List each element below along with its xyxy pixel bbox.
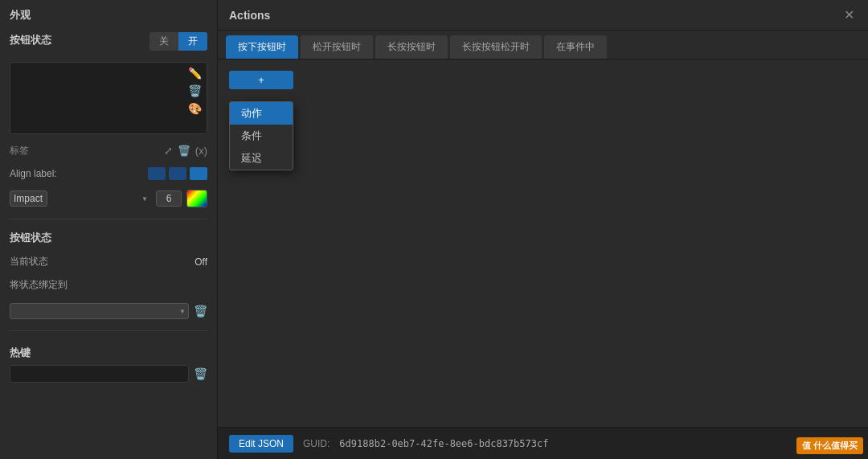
font-select[interactable]: Impact (10, 191, 47, 207)
button-state-label: 按钮状态 (10, 33, 51, 47)
preview-icon-column: ✏️ 🗑️ 🎨 (188, 68, 202, 114)
left-panel: 外观 按钮状态 关 开 ✏️ 🗑️ 🎨 标签 ⤢ 🗑️ (x) Align la… (0, 0, 218, 459)
dialog-title: Actions (229, 9, 270, 22)
dropdown-item-action[interactable]: 动作 (230, 102, 293, 125)
dropdown-item-condition[interactable]: 条件 (230, 125, 293, 147)
bind-state-label: 将状态绑定到 (10, 279, 68, 290)
dropdown-menu: 动作 条件 延迟 (229, 101, 293, 170)
hotkey-delete-icon[interactable]: 🗑️ (194, 368, 207, 379)
align-center-btn[interactable] (169, 167, 186, 180)
divider-1 (10, 219, 207, 219)
guid-value: 6d9188b2-0eb7-42fe-8ee6-bdc837b573cf (339, 438, 548, 449)
preview-box: ✏️ 🗑️ 🎨 (10, 62, 207, 134)
state-select-wrap (10, 303, 189, 319)
align-buttons (148, 167, 207, 180)
dialog-titlebar: Actions ✕ (218, 0, 868, 31)
label-row: 标签 ⤢ 🗑️ (x) (10, 144, 207, 158)
tab-0[interactable]: 按下按钮时 (226, 35, 298, 59)
align-label-text: Align label: (10, 168, 143, 179)
tab-2[interactable]: 长按按钮时 (375, 35, 448, 59)
font-color-btn[interactable] (186, 190, 207, 207)
current-state-label: 当前状态 (10, 255, 48, 268)
state-select[interactable] (10, 303, 189, 319)
font-row: Impact 6 (10, 190, 207, 207)
trash-icon[interactable]: 🗑️ (178, 145, 190, 156)
dropdown-item-delay[interactable]: 延迟 (230, 147, 293, 170)
add-action-button[interactable]: + (229, 71, 293, 89)
label-icons: ⤢ 🗑️ (x) (164, 145, 207, 156)
hotkey-input[interactable] (10, 365, 189, 383)
hotkey-section: 热键 🗑️ (10, 346, 207, 383)
close-button[interactable]: ✕ (841, 7, 857, 23)
tab-1[interactable]: 松开按钮时 (301, 35, 373, 59)
font-size-input[interactable]: 6 (156, 191, 182, 207)
state-select-row: 🗑️ (10, 303, 207, 319)
edit-json-button[interactable]: Edit JSON (229, 435, 293, 453)
toggle-off-btn[interactable]: 关 (149, 32, 178, 51)
hotkey-input-row: 🗑️ (10, 365, 207, 383)
dialog-content: + 动作 条件 延迟 (218, 59, 868, 427)
align-left-btn[interactable] (148, 167, 166, 180)
right-panel: Actions ✕ 按下按钮时 松开按钮时 长按按钮时 长按按钮松开时 在事件中… (218, 0, 868, 459)
appearance-title: 外观 (10, 8, 207, 23)
button-state-section-title: 按钮状态 (10, 231, 207, 245)
toggle-on-btn[interactable]: 开 (178, 32, 207, 51)
watermark: 值 什么值得买 (796, 437, 863, 454)
guid-label: GUID: (303, 438, 330, 449)
toggle-group: 关 开 (149, 32, 207, 51)
tab-4[interactable]: 在事件中 (544, 35, 607, 59)
variable-icon[interactable]: (x) (195, 145, 207, 156)
state-delete-icon[interactable]: 🗑️ (194, 305, 207, 317)
current-state-value: Off (194, 256, 207, 268)
divider-2 (10, 330, 207, 331)
delete-icon[interactable]: 🗑️ (188, 85, 202, 96)
align-label-row: Align label: (10, 167, 207, 180)
tabs-bar: 按下按钮时 松开按钮时 长按按钮时 长按按钮松开时 在事件中 (218, 31, 868, 59)
color-icon[interactable]: 🎨 (188, 103, 202, 114)
current-state-row: 当前状态 Off (10, 255, 207, 268)
align-right-btn[interactable] (190, 167, 207, 180)
expand-icon[interactable]: ⤢ (164, 145, 173, 156)
font-select-wrap: Impact (10, 191, 151, 207)
edit-icon[interactable]: ✏️ (188, 68, 202, 79)
button-state-toggle-row: 按钮状态 关 开 (10, 32, 207, 51)
tab-3[interactable]: 长按按钮松开时 (450, 35, 542, 59)
dialog-footer: Edit JSON GUID: 6d9188b2-0eb7-42fe-8ee6-… (218, 427, 868, 459)
label-text: 标签 (10, 144, 29, 158)
bind-state-row: 将状态绑定到 (10, 278, 207, 292)
hotkey-title: 热键 (10, 346, 207, 360)
